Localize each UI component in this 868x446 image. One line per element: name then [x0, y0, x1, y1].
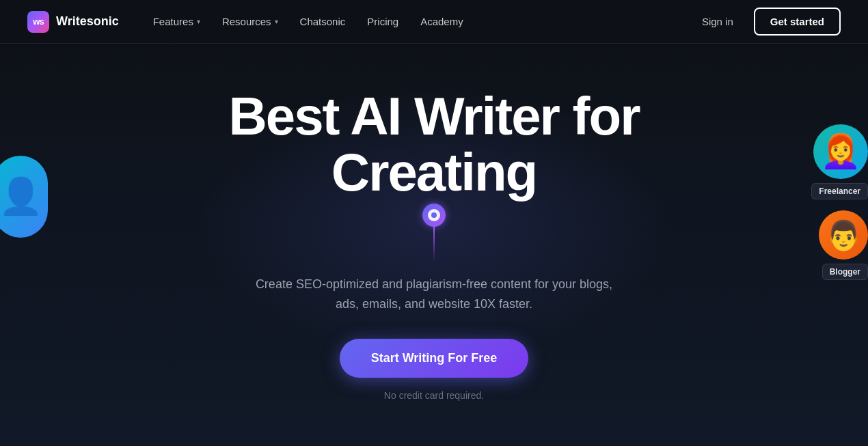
avatar-freelancer-image	[813, 124, 868, 179]
no-credit-card-text: No credit card required.	[384, 390, 484, 401]
avatar-blogger-badge: Blogger	[822, 264, 868, 280]
get-started-button[interactable]: Get started	[754, 8, 841, 36]
avatar-freelancer-card: Freelancer	[811, 124, 868, 199]
nav-item-pricing[interactable]: Pricing	[357, 10, 408, 33]
cursor-pin-decoration	[422, 204, 446, 262]
logo-icon: ws	[27, 11, 49, 33]
avatar-blogger-card: Blogger	[819, 210, 868, 280]
logo[interactable]: ws Writesonic	[27, 11, 119, 33]
chevron-down-icon: ▾	[275, 18, 278, 25]
sign-in-button[interactable]: Sign in	[692, 10, 743, 33]
nav-item-resources[interactable]: Resources ▾	[213, 10, 288, 33]
avatar-left-strip: 👤	[0, 156, 48, 238]
avatar-blogger-image	[819, 210, 868, 260]
avatar-right-group: Freelancer Blogger	[811, 124, 868, 280]
nav-item-features[interactable]: Features ▾	[144, 10, 210, 33]
avatar-freelancer-badge: Freelancer	[811, 183, 868, 199]
hero-section: 👤 Freelancer Blogger Best AI Writer for …	[0, 44, 868, 446]
navbar-left: ws Writesonic Features ▾ Resources ▾ Cha…	[27, 10, 473, 33]
hero-subtitle: Create SEO-optimized and plagiarism-free…	[249, 275, 619, 314]
avatar-left-image: 👤	[0, 156, 48, 238]
cursor-circle	[422, 204, 446, 227]
brand-name: Writesonic	[56, 14, 119, 29]
nav-item-academy[interactable]: Academy	[411, 10, 473, 33]
cursor-line	[433, 227, 435, 262]
navbar-right: Sign in Get started	[692, 8, 841, 36]
hero-content: Best AI Writer for Creating Create SEO-o…	[126, 89, 742, 400]
navbar: ws Writesonic Features ▾ Resources ▾ Cha…	[0, 0, 868, 44]
nav-item-chatsonic[interactable]: Chatsonic	[290, 10, 355, 33]
cta-button[interactable]: Start Writing For Free	[340, 339, 529, 378]
hero-title: Best AI Writer for Creating	[140, 89, 728, 201]
nav-links: Features ▾ Resources ▾ Chatsonic Pricing…	[144, 10, 473, 33]
chevron-down-icon: ▾	[197, 18, 200, 25]
